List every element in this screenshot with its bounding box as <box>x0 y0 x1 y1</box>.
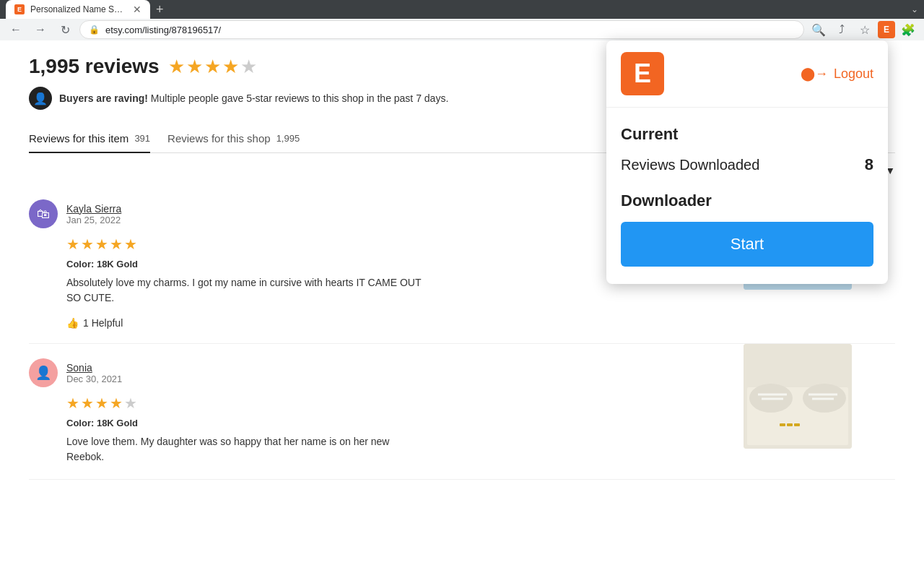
url-text: etsy.com/listing/878196517/ <box>105 25 221 35</box>
reviewer-date-2: Dec 30, 2021 <box>66 374 122 384</box>
lock-icon: 🔒 <box>89 25 100 35</box>
extension-icon[interactable]: E <box>878 21 895 38</box>
helpful-icon: 👍 <box>66 317 79 329</box>
navigation-bar: ← → ↻ 🔒 etsy.com/listing/878196517/ 🔍 ⤴ … <box>0 19 924 40</box>
popup-logo-letter: E <box>634 59 651 89</box>
share-button[interactable]: ⤴ <box>832 20 852 40</box>
star-5: ★ <box>240 56 257 78</box>
r1-star-5: ★ <box>124 236 137 253</box>
nav-actions: 🔍 ⤴ ☆ E 🧩 <box>808 20 918 40</box>
downloads-count: 8 <box>865 155 873 174</box>
tab-chevron-icon[interactable]: ⌄ <box>911 4 918 14</box>
overall-stars: ★ ★ ★ ★ ★ <box>168 56 257 78</box>
raving-text: Multiple people gave 5-star reviews to t… <box>151 92 448 104</box>
extension-popup: E ⬤→ Logout Current Reviews Downloaded 8… <box>606 40 888 284</box>
start-button[interactable]: Start <box>621 222 873 267</box>
tab-reviews-item[interactable]: Reviews for this item 391 <box>29 125 150 153</box>
address-bar[interactable]: 🔒 etsy.com/listing/878196517/ <box>79 20 804 39</box>
tab-favicon: E <box>14 4 25 14</box>
star-4: ★ <box>222 56 239 78</box>
tab-right-controls: ⌄ <box>911 4 918 14</box>
r1-star-2: ★ <box>81 236 94 253</box>
review-text-1: Absolutely love my charms. I got my name… <box>66 275 427 306</box>
tab-shop-label: Reviews for this shop <box>167 132 271 144</box>
star-3: ★ <box>204 56 221 78</box>
logout-label: Logout <box>834 66 873 82</box>
reviewer-name-1[interactable]: Kayla Sierra <box>66 203 121 215</box>
star-2: ★ <box>186 56 203 78</box>
helpful-count-1: 1 Helpful <box>83 317 123 329</box>
r2-star-2: ★ <box>81 394 94 412</box>
review-card-2: 👤 Sonia Dec 30, 2021 ★ ★ ★ ★ ★ Color: 18… <box>29 344 895 480</box>
svg-rect-16 <box>780 423 785 426</box>
tab-title: Personalized Name Shoe Buc <box>30 4 127 14</box>
current-label: Current <box>621 125 873 144</box>
r2-star-5: ★ <box>124 394 137 412</box>
raving-icon: 👤 <box>29 87 52 110</box>
tab-close-icon[interactable]: ✕ <box>133 4 141 15</box>
downloads-row: Reviews Downloaded 8 <box>621 155 873 174</box>
r2-star-4: ★ <box>110 394 123 412</box>
helpful-row-1: 👍 1 Helpful <box>66 317 895 329</box>
r1-star-4: ★ <box>110 236 123 253</box>
svg-rect-17 <box>787 423 793 426</box>
downloader-label: Downloader <box>621 191 873 210</box>
avatar-sonia: 👤 <box>29 358 58 387</box>
reviewer-meta-1: Kayla Sierra Jan 25, 2022 <box>66 203 121 225</box>
r2-star-3: ★ <box>95 394 108 412</box>
star-1: ★ <box>168 56 185 78</box>
active-tab[interactable]: E Personalized Name Shoe Buc ✕ <box>6 0 150 19</box>
bookmark-button[interactable]: ☆ <box>855 20 875 40</box>
downloads-label: Reviews Downloaded <box>621 157 759 173</box>
browser-chrome: E Personalized Name Shoe Buc ✕ + ⌄ ← → ↻… <box>0 0 924 40</box>
logout-button[interactable]: ⬤→ Logout <box>801 66 873 82</box>
extensions-button[interactable]: 🧩 <box>898 20 918 40</box>
logout-icon: ⬤→ <box>801 66 828 82</box>
reviewer-date-1: Jan 25, 2022 <box>66 215 121 225</box>
r2-star-1: ★ <box>66 394 79 412</box>
tab-item-badge: 391 <box>134 133 150 144</box>
r1-star-1: ★ <box>66 236 79 253</box>
reviewer-name-2[interactable]: Sonia <box>66 362 122 374</box>
tab-item-label: Reviews for this item <box>29 132 128 144</box>
reviews-count: 1,995 reviews <box>29 55 160 78</box>
svg-rect-18 <box>794 423 800 426</box>
reviewer-meta-2: Sonia Dec 30, 2021 <box>66 362 122 384</box>
forward-button[interactable]: → <box>30 20 51 40</box>
review-image-2[interactable] <box>744 344 852 449</box>
avatar-kayla: 🛍 <box>29 199 58 228</box>
popup-logo: E <box>621 52 664 95</box>
raving-bold-text: Buyers are raving! <box>59 92 148 104</box>
tab-bar: E Personalized Name Shoe Buc ✕ + ⌄ <box>0 0 924 19</box>
back-button[interactable]: ← <box>6 20 26 40</box>
r1-star-3: ★ <box>95 236 108 253</box>
popup-header: E ⬤→ Logout <box>606 40 888 108</box>
tab-shop-badge: 1,995 <box>276 133 300 144</box>
zoom-button[interactable]: 🔍 <box>808 20 829 40</box>
new-tab-button[interactable]: + <box>156 2 164 17</box>
popup-body: Current Reviews Downloaded 8 Downloader … <box>606 108 888 284</box>
refresh-button[interactable]: ↻ <box>55 20 75 40</box>
tab-reviews-shop[interactable]: Reviews for this shop 1,995 <box>167 125 300 153</box>
review-text-2: Love love them. My daughter was so happy… <box>66 434 427 465</box>
